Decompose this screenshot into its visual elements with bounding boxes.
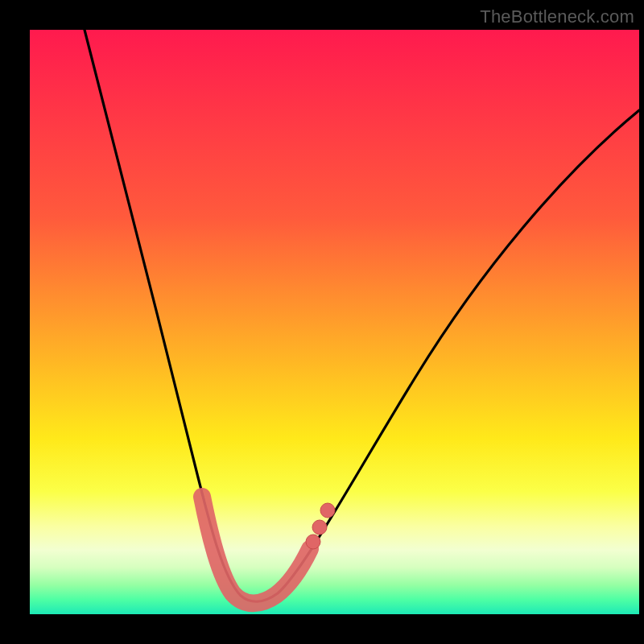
highlight-dots [306,503,335,549]
svg-point-1 [312,520,327,535]
watermark-text: TheBottleneck.com [480,6,634,27]
bottleneck-curve-svg [30,30,639,614]
bottleneck-curve-path [85,30,639,601]
outer-frame: TheBottleneck.com [0,0,644,644]
svg-point-2 [320,503,335,518]
plot-area [30,30,639,614]
svg-point-0 [306,535,320,549]
highlight-segment [202,497,310,603]
